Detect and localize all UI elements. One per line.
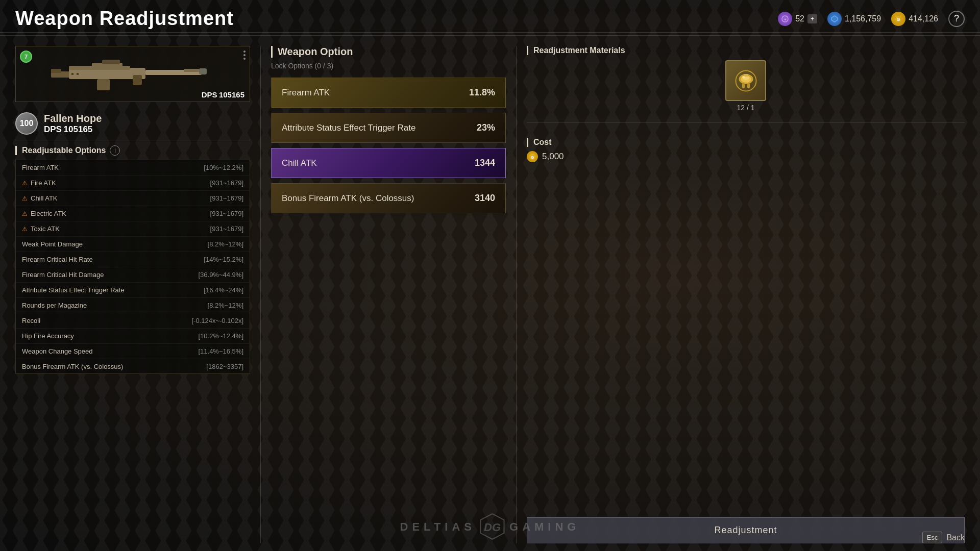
- readjustable-section: Readjustable Options i Firearm ATK[10%~1…: [15, 145, 250, 543]
- svg-rect-6: [51, 69, 61, 73]
- option-range: [931~1679]: [210, 179, 243, 187]
- weapon-option-card[interactable]: Chill ATK1344: [271, 148, 506, 178]
- svg-point-27: [742, 76, 745, 78]
- svg-rect-10: [133, 75, 142, 85]
- top-bar: Weapon Readjustment ✦ 52 +: [0, 0, 980, 33]
- gold-currency: G 414,126: [891, 12, 938, 26]
- option-range: [16.4%~24%]: [204, 286, 243, 294]
- option-row[interactable]: Firearm Critical Hit Damage[36.9%~44.9%]: [16, 267, 250, 283]
- warning-icon: ⚠: [22, 180, 28, 187]
- option-name: Firearm ATK: [22, 164, 59, 171]
- cost-item: G 5,000: [527, 151, 965, 162]
- option-name: Recoil: [22, 317, 40, 324]
- svg-text:DG: DG: [484, 521, 501, 534]
- weapon-level-badge-large: 100: [15, 112, 38, 135]
- option-row[interactable]: Firearm ATK[10%~12.2%]: [16, 160, 250, 176]
- watermark-deltias: DELTIAS: [400, 520, 476, 534]
- card-option-name: Attribute Status Effect Trigger Rate: [282, 123, 415, 133]
- svg-text:G: G: [897, 17, 900, 22]
- option-row[interactable]: ⚠Toxic ATK[931~1679]: [16, 221, 250, 237]
- option-row[interactable]: Attribute Status Effect Trigger Rate[16.…: [16, 283, 250, 298]
- content-area: 7: [0, 38, 980, 551]
- svg-text:G: G: [531, 155, 534, 160]
- weapon-info: 100 Fallen Hope DPS 105165: [15, 107, 250, 140]
- svg-rect-14: [102, 60, 120, 64]
- option-row[interactable]: ⚠Electric ATK[931~1679]: [16, 206, 250, 221]
- gold-currency-icon: G: [891, 12, 905, 26]
- weapon-option-card[interactable]: Bonus Firearm ATK (vs. Colossus)3140: [271, 183, 506, 213]
- option-name: ⚠Chill ATK: [22, 194, 58, 202]
- info-icon[interactable]: i: [110, 145, 120, 156]
- option-row[interactable]: Weak Point Damage[8.2%~12%]: [16, 237, 250, 252]
- option-row[interactable]: Firearm Critical Hit Rate[14%~15.2%]: [16, 252, 250, 267]
- right-divider: [516, 46, 517, 543]
- option-row[interactable]: Recoil[-0.124x~-0.102x]: [16, 313, 250, 329]
- option-name: ⚠Toxic ATK: [22, 225, 60, 233]
- readjustment-button[interactable]: Readjustment: [527, 517, 965, 543]
- option-range: [10.2%~12.4%]: [198, 332, 243, 340]
- weapon-option-card[interactable]: Attribute Status Effect Trigger Rate23%: [271, 113, 506, 143]
- cost-title: Cost: [527, 138, 965, 147]
- blue-amount: 1,156,759: [845, 14, 881, 23]
- weapon-option-title: Weapon Option: [271, 46, 506, 58]
- help-button[interactable]: ?: [948, 11, 965, 27]
- option-range: [-0.124x~-0.102x]: [191, 317, 243, 324]
- materials-section: Readjustment Materials: [527, 46, 965, 112]
- gold-cost-icon: G: [527, 151, 538, 162]
- material-gear-icon: [732, 67, 760, 95]
- card-option-value: 3140: [475, 193, 495, 204]
- option-name: ⚠Electric ATK: [22, 210, 66, 217]
- blue-currency: 1,156,759: [827, 12, 881, 26]
- option-range: [8.2%~12%]: [208, 240, 243, 248]
- currency-bar: ✦ 52 + 1,156,759 G: [778, 11, 965, 27]
- purple-add-button[interactable]: +: [807, 14, 817, 23]
- top-divider: [0, 35, 980, 36]
- svg-rect-17: [199, 68, 207, 74]
- weapon-preview-level: 7: [20, 51, 32, 63]
- blue-currency-icon: [827, 12, 842, 26]
- gold-amount: 414,126: [909, 14, 938, 23]
- option-range: [8.2%~12%]: [208, 302, 243, 309]
- weapon-option-card[interactable]: Firearm ATK11.8%: [271, 78, 506, 108]
- option-name: Weak Point Damage: [22, 240, 83, 248]
- option-range: [11.4%~16.5%]: [198, 347, 243, 355]
- option-range: [36.9%~44.9%]: [198, 271, 243, 279]
- option-row[interactable]: Weapon Change Speed[11.4%~16.5%]: [16, 344, 250, 359]
- weapon-name: Fallen Hope: [44, 113, 102, 124]
- option-name: Rounds per Magazine: [22, 302, 87, 309]
- option-name: ⚠Fire ATK: [22, 179, 56, 187]
- option-row[interactable]: ⚠Chill ATK[931~1679]: [16, 191, 250, 206]
- weapon-menu-dots[interactable]: [243, 51, 246, 60]
- weapon-details: Fallen Hope DPS 105165: [44, 113, 102, 135]
- material-item: 12 / 1: [527, 60, 965, 112]
- watermark: DELTIAS DG GAMING: [400, 513, 580, 541]
- weapon-preview-dps: DPS 105165: [202, 90, 244, 99]
- option-row[interactable]: Rounds per Magazine[8.2%~12%]: [16, 298, 250, 313]
- options-list[interactable]: Firearm ATK[10%~12.2%]⚠Fire ATK[931~1679…: [15, 160, 250, 374]
- esc-key: Esc: [922, 532, 943, 543]
- page-title: Weapon Readjustment: [15, 8, 234, 30]
- card-option-value: 1344: [475, 158, 495, 168]
- warning-icon: ⚠: [22, 210, 28, 217]
- svg-rect-15: [71, 73, 74, 75]
- option-name: Attribute Status Effect Trigger Rate: [22, 286, 125, 294]
- option-row[interactable]: ⚠Fire ATK[931~1679]: [16, 176, 250, 191]
- svg-rect-24: [742, 83, 745, 88]
- card-option-name: Chill ATK: [282, 158, 317, 168]
- option-name: Firearm Critical Hit Rate: [22, 256, 93, 263]
- option-row[interactable]: Hip Fire Accuracy[10.2%~12.4%]: [16, 329, 250, 344]
- cost-section: Cost G 5,000: [527, 138, 965, 162]
- cost-divider: [527, 122, 965, 122]
- option-name: Weapon Change Speed: [22, 347, 93, 355]
- option-cards: Firearm ATK11.8%Attribute Status Effect …: [271, 78, 506, 218]
- card-option-value: 23%: [477, 122, 495, 133]
- material-icon: [725, 60, 766, 101]
- option-name: Firearm Critical Hit Damage: [22, 271, 104, 279]
- option-range: [1862~3357]: [206, 363, 243, 370]
- middle-panel: Weapon Option Lock Options (0 / 3) Firea…: [271, 46, 506, 543]
- purple-currency-icon: ✦: [778, 12, 792, 26]
- back-label: Back: [946, 533, 965, 542]
- option-row[interactable]: Bonus Firearm ATK (vs. Colossus)[1862~33…: [16, 359, 250, 374]
- svg-rect-25: [747, 83, 750, 88]
- warning-icon: ⚠: [22, 195, 28, 202]
